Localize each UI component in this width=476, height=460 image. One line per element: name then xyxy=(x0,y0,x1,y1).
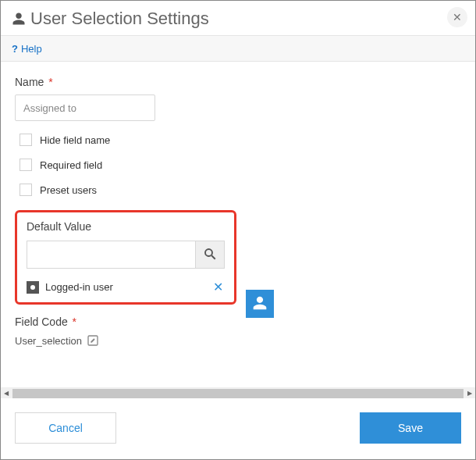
help-label: Help xyxy=(21,43,42,55)
field-code-value: User_selection xyxy=(15,335,82,347)
name-input[interactable] xyxy=(15,94,155,121)
scroll-right-icon[interactable]: ▶ xyxy=(464,388,475,399)
svg-line-1 xyxy=(211,255,215,259)
hide-field-name-row[interactable]: Hide field name xyxy=(20,134,461,146)
horizontal-scrollbar[interactable]: ◀ ▶ xyxy=(1,387,475,398)
checkbox[interactable] xyxy=(20,159,32,171)
dialog-body: Name * Hide field name Required field Pr… xyxy=(1,62,475,387)
default-value-label: Default Value xyxy=(27,220,225,233)
search-icon xyxy=(203,247,217,263)
remove-selected-button[interactable]: ✕ xyxy=(211,280,225,294)
selected-user-label: Logged-in user xyxy=(45,281,205,293)
required-field-label: Required field xyxy=(40,159,102,171)
selected-indicator-icon xyxy=(27,281,39,294)
preset-users-label: Preset users xyxy=(40,184,97,196)
svg-point-0 xyxy=(205,249,212,256)
default-value-section: Default Value Logged-in user ✕ xyxy=(15,210,236,305)
cancel-button[interactable]: Cancel xyxy=(15,412,116,444)
close-button[interactable]: ✕ xyxy=(447,7,467,27)
dialog-header: User Selection Settings ✕ xyxy=(1,1,475,35)
default-value-selected-row: Logged-in user ✕ xyxy=(27,280,225,294)
edit-field-code-button[interactable] xyxy=(87,334,99,347)
help-link[interactable]: ? Help xyxy=(12,43,42,55)
checkbox[interactable] xyxy=(20,184,32,196)
required-mark: * xyxy=(48,76,52,88)
scroll-track[interactable] xyxy=(12,389,464,398)
user-selection-settings-dialog: User Selection Settings ✕ ? Help Name * … xyxy=(0,0,476,460)
help-icon: ? xyxy=(12,43,18,55)
default-value-search-row xyxy=(27,241,225,269)
search-button[interactable] xyxy=(195,241,225,269)
dialog-title: User Selection Settings xyxy=(30,9,209,29)
help-bar: ? Help xyxy=(1,35,475,62)
close-icon: ✕ xyxy=(453,11,462,23)
field-code-row: User_selection xyxy=(15,334,461,347)
dialog-footer: Cancel Save xyxy=(1,398,475,459)
hide-field-name-label: Hide field name xyxy=(40,134,110,146)
user-icon xyxy=(252,295,268,313)
field-code-label: Field Code * xyxy=(15,316,461,328)
required-field-row[interactable]: Required field xyxy=(20,159,461,171)
name-label: Name * xyxy=(15,76,461,88)
user-icon xyxy=(12,11,26,27)
close-icon: ✕ xyxy=(213,280,223,294)
preset-users-row[interactable]: Preset users xyxy=(20,184,461,196)
scroll-left-icon[interactable]: ◀ xyxy=(1,388,12,399)
required-mark: * xyxy=(73,316,76,328)
checkbox[interactable] xyxy=(20,134,32,146)
default-value-search-input[interactable] xyxy=(27,241,195,269)
add-user-button[interactable] xyxy=(246,290,274,318)
save-button[interactable]: Save xyxy=(360,412,461,444)
